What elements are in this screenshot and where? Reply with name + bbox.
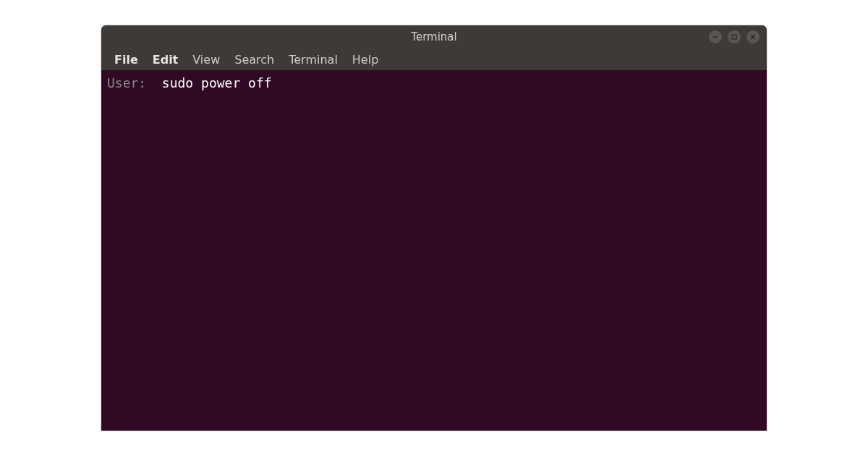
window-title: Terminal: [411, 30, 456, 43]
maximize-button[interactable]: [728, 30, 741, 43]
minimize-icon: [712, 33, 719, 41]
command-text: sudo power off: [162, 75, 272, 91]
close-button[interactable]: [746, 30, 760, 43]
menu-view[interactable]: View: [187, 50, 226, 69]
maximize-icon: [731, 33, 738, 41]
terminal-window: Terminal File Edit View Sea: [101, 25, 767, 431]
menubar: File Edit View Search Terminal Help: [101, 48, 767, 70]
menu-search[interactable]: Search: [229, 50, 280, 69]
minimize-button[interactable]: [709, 30, 722, 43]
titlebar: Terminal: [101, 25, 767, 48]
window-controls: [709, 30, 760, 43]
terminal-line: User: sudo power off: [107, 75, 761, 91]
menu-help[interactable]: Help: [346, 50, 384, 69]
prompt-text: User:: [107, 75, 162, 91]
terminal-body[interactable]: User: sudo power off: [101, 70, 767, 431]
svg-rect-1: [732, 35, 736, 39]
menu-file[interactable]: File: [109, 50, 144, 69]
close-icon: [749, 33, 757, 41]
menu-edit[interactable]: Edit: [147, 50, 184, 69]
menu-terminal[interactable]: Terminal: [283, 50, 344, 69]
